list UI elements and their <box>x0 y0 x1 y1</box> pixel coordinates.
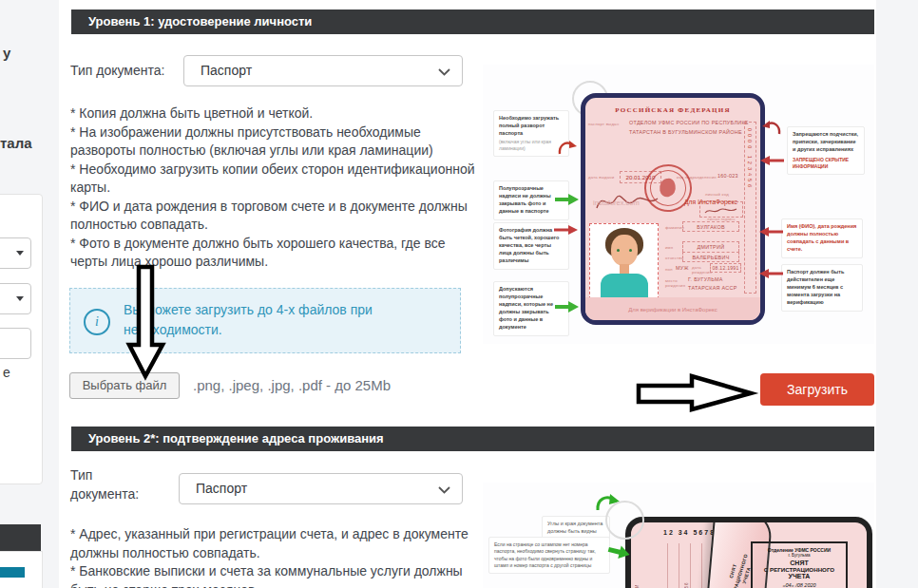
dropdown-arrow-icon <box>16 251 24 256</box>
red-arrow-icon <box>553 224 578 236</box>
passport-division-code: 160-023 <box>717 173 738 179</box>
corner-highlight-circle <box>605 501 644 540</box>
level1-header-bar: Уровень 1: удостоверение личности <box>71 9 874 34</box>
avatar-shirt <box>601 274 648 299</box>
sidebar-text-fragment: у <box>3 45 10 61</box>
dropdown-arrow-icon <box>16 296 24 301</box>
passport-photo <box>589 223 659 299</box>
red-curved-arrow-icon <box>761 119 782 136</box>
passport-label: пол <box>665 267 673 272</box>
registration-stamp: Отделение УФМС РОССИИ г. Бугульма СНЯТ С… <box>751 541 848 588</box>
red-arrow-left-icon <box>759 226 784 237</box>
doc-type-label: Тип <box>70 467 92 483</box>
requirement-item: * Копия должна быть цветной и четкой. <box>70 104 481 123</box>
requirement-item: * На изображении должны присутствовать н… <box>70 123 481 161</box>
doc-type-selected-value: Паспорт <box>196 481 247 496</box>
doc-type-label: Тип документа: <box>70 63 164 78</box>
watermark-text: instaforex.com <box>593 199 640 207</box>
verification-page: { "colors": { "header_bar": "#37393b", "… <box>0 0 918 588</box>
passport-patronymic: ВАЛЕРЬЕВИЧ <box>682 252 739 262</box>
annotation-text: Запрещаются подчистки, приписки, зачерки… <box>793 131 858 152</box>
passport-title: РОССИЙСКАЯ ФЕДЕРАЦИЯ <box>585 106 760 114</box>
requirement-item: * Фото в документе должно быть хорошего … <box>70 235 481 272</box>
doc-type-select[interactable]: Паспорт <box>183 55 463 86</box>
info-box: i Вы можете загрузить до 4-х файлов при … <box>69 288 461 353</box>
red-arrow-left-icon <box>759 268 784 279</box>
avatar-eye <box>617 249 620 252</box>
page-fold-line <box>679 543 679 588</box>
annotation-box: Имя (ФИО), дата рождения должны полность… <box>781 218 863 258</box>
annotation-box: Запрещаются подчистки, приписки, зачерки… <box>787 126 865 175</box>
annotation-text: Допускаются полупрозрачные надписи, кото… <box>499 286 553 330</box>
annotation-box: Если на странице со штампом нет номера п… <box>488 537 610 574</box>
sidebar-dropdown[interactable] <box>0 283 31 314</box>
passport-issued-by: ОТДЕЛОМ УФМС РОССИИ ПО РЕСПУБЛИКЕ <box>629 120 749 125</box>
annotation-text: Необходимо загружать полный разворот пас… <box>499 115 559 136</box>
passport-label: дата рождения <box>692 265 709 275</box>
sidebar-teal-button[interactable] <box>0 567 25 578</box>
sidebar-input[interactable] <box>0 328 31 359</box>
sidebar-dropdown[interactable] <box>0 237 31 269</box>
green-arrow-icon <box>554 300 579 313</box>
stamp-line: УЧЕТА <box>755 573 843 579</box>
passport-issued-by: ТАТАРСТАН В БУГУЛЬМИНСКОМ РАЙОНЕ <box>629 129 742 135</box>
sample-passport: РОССИЙСКАЯ ФЕДЕРАЦИЯ паспорт выдан ОТДЕЛ… <box>581 93 765 325</box>
annotation-text: Если на странице со штампом нет номера п… <box>494 541 596 568</box>
red-arrow-left-icon <box>760 155 785 166</box>
passport-name: ДМИТРИЙ <box>682 241 739 252</box>
chevron-down-icon <box>438 486 450 494</box>
requirement-item: * Банковские выписки и счета за коммунал… <box>70 562 488 588</box>
passport-label: личный код <box>705 192 729 197</box>
stamp-line: СНЯТ <box>755 560 843 566</box>
choose-file-button[interactable]: Выбрать файл <box>69 372 180 399</box>
red-curved-arrow-icon <box>557 139 578 156</box>
passport-vertical-text: 123-456 <box>684 566 689 588</box>
info-icon: i <box>84 309 110 335</box>
passport-surname: БУЛГАКОВ <box>682 221 739 232</box>
file-formats-hint: .png, .jpeg, .jpg, .pdf - до 25Mb <box>193 377 391 393</box>
watermark-text: Для ИнстаФорекс <box>684 199 737 205</box>
passport-label: дата выдачи <box>588 175 619 180</box>
annotation-text: Имя (ФИО), дата рождения должны полность… <box>787 223 856 252</box>
sample-passport-spread: 12 34 567890 РОССИИ 123-456 СНЯТ ТРАЦИОН… <box>625 517 872 588</box>
stamp-line: «04» /08 2020 <box>755 582 843 588</box>
annotation-subtext: (включая углы или края ламинации) <box>499 139 564 153</box>
passport-footer-text: Для верификации в ИнстаФорекс <box>585 307 760 313</box>
stamp-line: г. Бугульма <box>755 553 843 558</box>
passport-label: отчество <box>665 256 683 260</box>
upload-button[interactable]: Загрузить <box>760 373 874 406</box>
info-note-text: Вы можете загрузить до 4-х файлов при не… <box>124 300 409 340</box>
doc-type-selected-value: Паспорт <box>201 63 252 78</box>
page-fold-line <box>701 543 702 588</box>
level2-header-bar: Уровень 2*: подтверждение адреса прожива… <box>71 427 874 451</box>
chevron-down-icon <box>438 68 450 76</box>
page-fold-line <box>690 543 691 588</box>
passport-vertical-text: РОССИИ <box>635 551 640 588</box>
doc-type-label: документа: <box>70 486 139 502</box>
passport-birth-place: Г. БУГУЛЬМА <box>688 276 723 282</box>
annotation-text: Углы и края документа должны быть видны <box>547 521 602 534</box>
annotation-box: Паспорт должен быть действителен еще мин… <box>781 264 863 312</box>
requirement-item: * Необходимо загрузить копии обеих сторо… <box>70 161 481 198</box>
level1-requirements: * Копия должна быть цветной и четкой. * … <box>70 104 481 272</box>
passport-birth-place: ТАТАРСКАЯ АССР <box>688 285 737 291</box>
annotation-text: Полупрозрачные надписи не должны закрыва… <box>499 185 551 214</box>
doc-type-select[interactable]: Паспорт <box>179 473 463 504</box>
avatar-face <box>611 235 638 266</box>
passport-label: фамилия <box>665 225 684 230</box>
passport-serial: 0000 123456 <box>747 128 753 190</box>
annotation-text: Паспорт должен быть действителен еще мин… <box>787 269 844 305</box>
level2-requirements: * Адрес, указанный при регистрации счета… <box>70 525 488 588</box>
sidebar-text-fragment: тала <box>0 135 32 151</box>
stamp-line: С РЕГИСТРАЦИОННОГО <box>755 566 843 573</box>
annotation-warning-text: ЗАПРЕЩЕНО СКРЫТИЕ ИНФОРМАЦИИ <box>793 157 859 171</box>
page-fold-line <box>667 543 668 588</box>
green-arrow-icon <box>554 193 579 206</box>
passport-label: имя <box>665 245 673 250</box>
sidebar-text-fragment: е <box>3 365 10 380</box>
annotation-text: Фотография должна быть четкой, хорошего … <box>499 227 559 263</box>
requirement-item: * ФИО и дата рождения в торговом счете и… <box>70 198 481 235</box>
passport-label: паспорт выдан <box>588 122 626 126</box>
passport-label: место рождения <box>665 278 686 288</box>
passport-birth-date: 08.12.1991 <box>710 263 741 273</box>
